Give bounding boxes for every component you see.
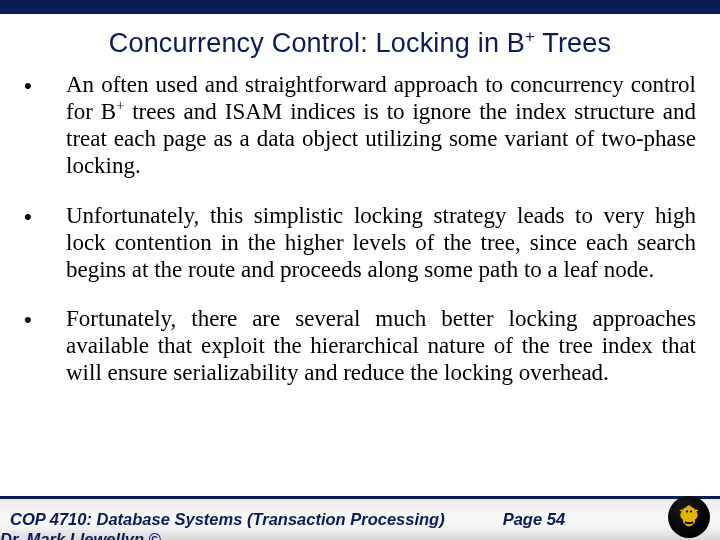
title-text-suffix: Trees	[535, 28, 611, 58]
bullet-marker: •	[24, 71, 66, 99]
slide-body: • An often used and straightforward appr…	[0, 69, 720, 540]
pegasus-icon	[675, 503, 703, 531]
bullet-text: Unfortunately, this simplistic locking s…	[66, 202, 696, 283]
bullet-text: Fortunately, there are several much bett…	[66, 305, 696, 386]
bullet-text-post: trees and ISAM indices is to ignore the …	[66, 99, 696, 178]
footer-course: COP 4710: Database Systems (Transaction …	[10, 510, 445, 529]
ucf-logo-icon	[668, 496, 710, 538]
bullet-item: • An often used and straightforward appr…	[24, 71, 696, 180]
bullet-marker: •	[24, 202, 66, 230]
slide: Concurrency Control: Locking in B+ Trees…	[0, 0, 720, 540]
title-superscript: +	[525, 27, 535, 46]
bullet-text: An often used and straightforward approa…	[66, 71, 696, 180]
bullet-text-pre: Fortunately, there are several much bett…	[66, 306, 696, 385]
bullet-item: • Fortunately, there are several much be…	[24, 305, 696, 386]
footer-author: Dr. Mark Llewellyn ©	[0, 530, 161, 540]
footer-page-number: Page 54	[503, 510, 565, 529]
logo-disc	[668, 496, 710, 538]
title-text-prefix: Concurrency Control: Locking in B	[109, 28, 525, 58]
bullet-text-pre: Unfortunately, this simplistic locking s…	[66, 203, 696, 282]
bullet-superscript: +	[116, 97, 124, 113]
bullet-item: • Unfortunately, this simplistic locking…	[24, 202, 696, 283]
slide-title: Concurrency Control: Locking in B+ Trees	[0, 14, 720, 69]
bullet-marker: •	[24, 305, 66, 333]
